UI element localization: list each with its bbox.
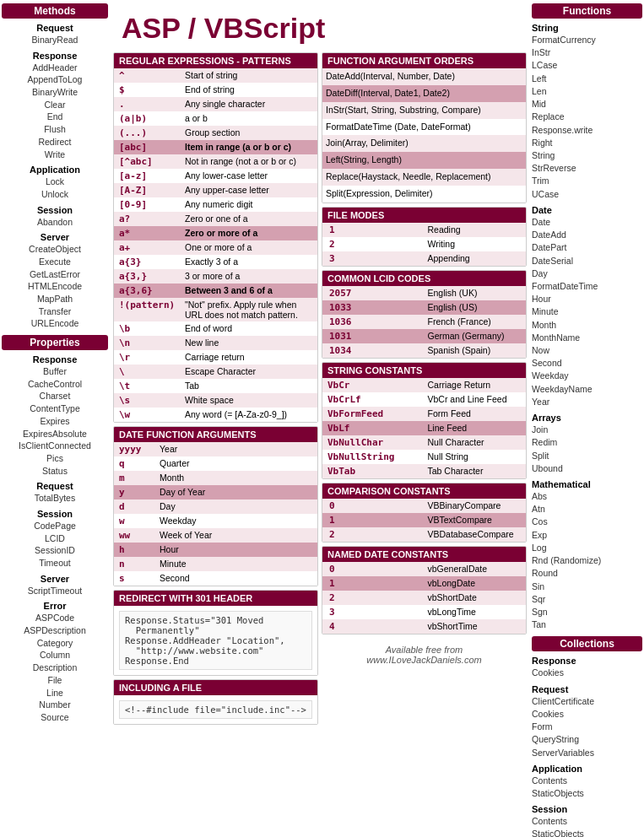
date-func-header: DATE FUNCTION ARGUMENTS — [114, 427, 317, 442]
regex-pattern: !(pattern) — [114, 298, 181, 321]
string-const-section: STRING CONSTANTS VbCrCarriage ReturnVbCr… — [322, 362, 527, 479]
file-mode-desc: Reading — [425, 223, 527, 237]
regex-desc: New line — [181, 336, 317, 350]
regex-row: \sWhite space — [114, 393, 317, 408]
comparison-const-row: 0VBBinaryCompare — [322, 499, 526, 513]
regex-row: a{3,}3 or more of a — [114, 269, 317, 284]
regex-pattern: a{3,} — [114, 269, 181, 284]
date-arg: m — [114, 471, 156, 485]
func-arg-item: DateAdd(Interval, Number, Date) — [322, 68, 526, 85]
regex-row: [a-z]Any lower-case letter — [114, 169, 317, 183]
regex-row: a{3,6}Between 3 and 6 of a — [114, 284, 317, 298]
regex-desc: Start of string — [181, 68, 317, 83]
lcid-row: 1036French (France) — [322, 315, 526, 329]
date-arg: q — [114, 456, 156, 471]
regex-row: [^abc]Not in range (not a or b or c) — [114, 154, 317, 169]
regex-pattern: a{3} — [114, 255, 181, 269]
string-const-name: VbTab — [322, 464, 425, 478]
regex-pattern: a* — [114, 226, 181, 240]
string-const-desc: Form Feed — [425, 407, 527, 421]
named-date-num: 2 — [322, 591, 425, 605]
file-mode-num: 1 — [322, 223, 425, 237]
regex-pattern: ^ — [114, 68, 181, 83]
response-group: Response — [2, 51, 108, 61]
coll-application-group: Application — [532, 764, 642, 774]
functions-header: Functions — [532, 3, 642, 19]
file-modes-header: FILE MODES — [322, 208, 526, 223]
date-arg: ww — [114, 528, 156, 543]
string-const-desc: Null Character — [425, 435, 527, 450]
string-const-header: STRING CONSTANTS — [322, 363, 526, 378]
func-arg-item: Join(Array, Delimiter) — [322, 135, 526, 152]
date-desc: Year — [156, 442, 317, 456]
date-arg-row: sSecond — [114, 571, 317, 586]
lcid-desc: German (Germany) — [425, 329, 527, 343]
regex-row: \nNew line — [114, 336, 317, 350]
regex-row: \wAny word (= [A-Za-z0-9_]) — [114, 408, 317, 422]
prop-session-group: Session — [2, 509, 108, 519]
regex-desc: White space — [181, 393, 317, 408]
regex-desc: 3 or more of a — [181, 269, 317, 284]
right-sidebar: Functions String FormatCurrencyInStrLCas… — [530, 0, 644, 837]
lcid-desc: French (France) — [425, 315, 527, 329]
regex-row: \Escape Character — [114, 364, 317, 379]
regex-desc: Exactly 3 of a — [181, 255, 317, 269]
coll-response-items: Cookies — [532, 667, 642, 679]
regex-desc: Carriage return — [181, 350, 317, 364]
regex-desc: Any single character — [181, 97, 317, 111]
date-arg-row: qQuarter — [114, 456, 317, 471]
file-mode-row: 3Appending — [322, 251, 526, 266]
func-arg-item: Left(String, Length) — [322, 152, 526, 169]
func-arg-item: Split(Expression, Delimiter) — [322, 186, 526, 202]
request-items: BinaryRead — [2, 34, 108, 46]
comparison-const-desc: VBTextCompare — [425, 513, 527, 527]
named-date-row: 4vbShortTime — [322, 619, 526, 634]
regex-pattern: [A-Z] — [114, 183, 181, 197]
regex-row: $End of string — [114, 83, 317, 97]
regex-row: a?Zero or one of a — [114, 212, 317, 226]
named-date-row: 0vbGeneralDate — [322, 562, 526, 576]
string-const-desc: Tab Character — [425, 464, 527, 478]
lcid-code: 2057 — [322, 286, 425, 300]
regex-desc: End of string — [181, 83, 317, 97]
regex-table: ^Start of string$End of string.Any singl… — [114, 68, 317, 422]
string-const-desc: Line Feed — [425, 421, 527, 435]
regex-pattern: \b — [114, 321, 181, 336]
func-args-list: DateAdd(Interval, Number, Date)DateDiff(… — [322, 68, 526, 202]
server-items: CreateObjectExecuteGetLastErrorHTMLEncod… — [2, 243, 108, 330]
regex-row: (...)Group section — [114, 126, 317, 140]
date-arg-row: dDay — [114, 500, 317, 514]
named-date-num: 4 — [322, 619, 425, 634]
regex-desc: Not in range (not a or b or c) — [181, 154, 317, 169]
request-group: Request — [2, 23, 108, 33]
footer-line1: Available free from — [386, 645, 463, 655]
regex-desc: Tab — [181, 379, 317, 393]
regex-pattern: [a-z] — [114, 169, 181, 183]
coll-response-group: Response — [532, 656, 642, 666]
regex-desc: Between 3 and 6 of a — [181, 284, 317, 298]
prop-request-group: Request — [2, 481, 108, 491]
file-mode-desc: Writing — [425, 237, 527, 251]
regex-row: ^Start of string — [114, 68, 317, 83]
named-date-row: 1vbLongDate — [322, 576, 526, 591]
comparison-const-desc: VBDatabaseCompare — [425, 527, 527, 542]
comparison-const-num: 2 — [322, 527, 425, 542]
comparison-const-section: COMPARISON CONSTANTS 0VBBinaryCompare1VB… — [322, 483, 527, 543]
lcid-code: 1033 — [322, 300, 425, 315]
func-arg-item: InStr(Start, String, Substring, Compare) — [322, 102, 526, 119]
date-arg-row: nMinute — [114, 557, 317, 571]
string-const-row: VbCrLfVbCr and Line Feed — [322, 392, 526, 407]
regex-header: REGULAR EXPRESSIONS - PATTERNS — [114, 53, 317, 68]
date-arg: n — [114, 557, 156, 571]
comparison-const-num: 1 — [322, 513, 425, 527]
date-desc: Day of Year — [156, 485, 317, 500]
date-arg: d — [114, 500, 156, 514]
coll-request-group: Request — [532, 684, 642, 694]
named-date-desc: vbShortTime — [425, 619, 527, 634]
named-date-num: 1 — [322, 576, 425, 591]
redirect-header: REDIRECT WITH 301 HEADER — [114, 591, 317, 606]
date-arg-row: mMonth — [114, 471, 317, 485]
regex-row: a*Zero or more of a — [114, 226, 317, 240]
redirect-section: REDIRECT WITH 301 HEADER Response.Status… — [113, 590, 318, 676]
string-const-row: VbFormFeedForm Feed — [322, 407, 526, 421]
